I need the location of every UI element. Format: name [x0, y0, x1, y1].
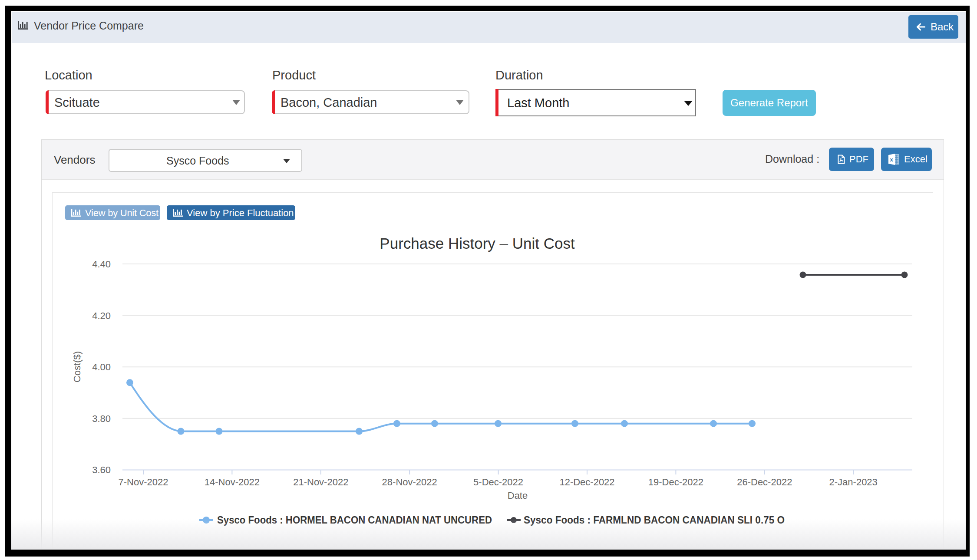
svg-text:4.40: 4.40: [92, 259, 111, 270]
svg-text:5-Dec-2022: 5-Dec-2022: [473, 477, 523, 488]
svg-text:12-Dec-2022: 12-Dec-2022: [559, 477, 614, 488]
svg-text:x: x: [890, 156, 893, 163]
svg-text:3.80: 3.80: [92, 413, 111, 424]
svg-text:4.20: 4.20: [92, 310, 111, 321]
svg-text:21-Nov-2022: 21-Nov-2022: [293, 477, 348, 488]
svg-text:28-Nov-2022: 28-Nov-2022: [382, 477, 437, 488]
svg-text:26-Dec-2022: 26-Dec-2022: [737, 477, 792, 488]
svg-text:7-Nov-2022: 7-Nov-2022: [119, 477, 168, 488]
svg-text:2-Jan-2023: 2-Jan-2023: [829, 477, 878, 488]
svg-text:19-Dec-2022: 19-Dec-2022: [648, 477, 703, 488]
svg-text:4.00: 4.00: [92, 362, 111, 372]
svg-text:Purchase History – Unit Cost: Purchase History – Unit Cost: [380, 235, 575, 252]
svg-text:Date: Date: [508, 490, 528, 501]
svg-text:Cost($): Cost($): [72, 351, 83, 382]
svg-text:3.60: 3.60: [92, 464, 111, 475]
svg-text:14-Nov-2022: 14-Nov-2022: [205, 477, 260, 488]
